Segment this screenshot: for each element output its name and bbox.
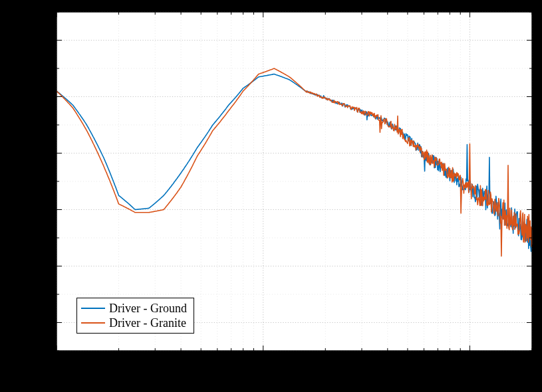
legend-label: Driver - Ground (109, 301, 187, 316)
chart-container: Driver - GroundDriver - Granite (0, 0, 542, 392)
legend-swatch (81, 308, 105, 309)
legend-item-0: Driver - Ground (81, 301, 187, 316)
legend: Driver - GroundDriver - Granite (76, 298, 194, 334)
legend-item-1: Driver - Granite (81, 316, 187, 330)
legend-label: Driver - Granite (109, 316, 186, 330)
legend-swatch (81, 322, 105, 324)
